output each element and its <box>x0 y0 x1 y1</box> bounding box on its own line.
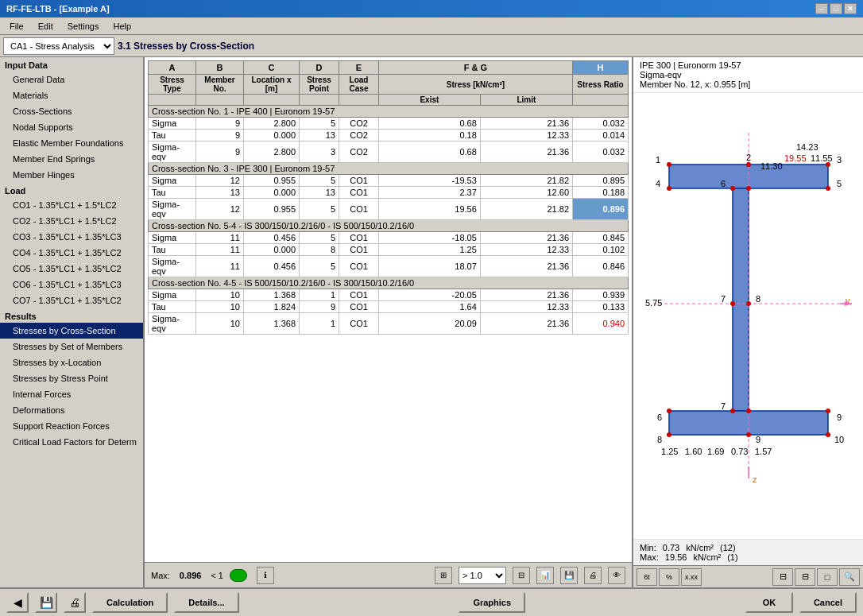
svg-text:1.69: 1.69 <box>707 447 724 456</box>
sidebar-item-co6[interactable]: CO6 - 1.35*LC1 + 1.35*LC3 <box>0 277 143 293</box>
calculation-button[interactable]: Calculation <box>92 592 168 613</box>
info-button[interactable]: ℹ <box>257 567 274 584</box>
menu-file[interactable]: File <box>3 20 30 33</box>
th-empty4 <box>300 95 339 106</box>
graphics-button[interactable]: Graphics <box>459 592 525 613</box>
nav-save-button[interactable]: 💾 <box>35 592 57 613</box>
table-row[interactable]: Sigma-eqv101.3681CO120.0921.360.940 <box>149 313 629 335</box>
section-title: 3.1 Stresses by Cross-Section <box>118 41 254 52</box>
table-row[interactable]: Sigma92.8005CO20.6821.360.032 <box>149 118 629 130</box>
sidebar-item-co7[interactable]: CO7 - 1.35*LC1 + 1.35*LC2 <box>0 293 143 308</box>
sidebar-item-critical-load[interactable]: Critical Load Factors for Determ <box>0 434 143 450</box>
table-container[interactable]: A B C D E F & G H Stress Type Member No.… <box>145 57 632 562</box>
menu-help[interactable]: Help <box>106 20 137 33</box>
table-row[interactable]: Sigma-eqv110.4565CO118.0721.360.846 <box>149 256 629 277</box>
sidebar-item-co3[interactable]: CO3 - 1.35*LC1 + 1.35*LC3 <box>0 229 143 245</box>
svg-text:5: 5 <box>837 179 842 188</box>
ok-button[interactable]: OK <box>745 592 793 613</box>
sidebar-item-member-end-springs[interactable]: Member End Springs <box>0 151 143 167</box>
svg-text:4: 4 <box>656 179 660 188</box>
sidebar-item-stresses-point[interactable]: Stresses by Stress Point <box>0 370 143 386</box>
table-row[interactable]: Sigma-eqv92.8003CO20.6821.360.032 <box>149 141 629 163</box>
chart-button[interactable]: 📊 <box>536 567 554 584</box>
diag-btn-3[interactable]: x.xx <box>681 568 702 586</box>
sidebar-item-co5[interactable]: CO5 - 1.35*LC1 + 1.35*LC2 <box>0 261 143 277</box>
data-panel: A B C D E F & G H Stress Type Member No.… <box>145 57 633 587</box>
filter-button[interactable]: ⊟ <box>513 567 530 584</box>
svg-text:6: 6 <box>721 179 726 188</box>
table-row[interactable]: Tau101.8249CO11.6412.330.133 <box>149 301 629 313</box>
diag-btn-5[interactable]: ⊟ <box>795 568 815 586</box>
svg-text:11.55: 11.55 <box>811 153 833 163</box>
sidebar-item-general-data[interactable]: General Data <box>0 72 143 87</box>
sidebar-results-header: Results <box>0 308 143 323</box>
sidebar-item-support-reactions[interactable]: Support Reaction Forces <box>0 418 143 434</box>
table-row[interactable]: Sigma-eqv120.9555CO119.5621.820.896 <box>149 199 629 220</box>
table-row[interactable]: Sigma120.9555CO1-19.5321.820.895 <box>149 175 629 187</box>
sidebar-item-co2[interactable]: CO2 - 1.35*LC1 + 1.5*LC2 <box>0 213 143 229</box>
menu-settings[interactable]: Settings <box>61 20 106 33</box>
nav-back-button[interactable]: ◀ <box>6 592 29 613</box>
svg-point-13 <box>826 186 830 191</box>
svg-point-24 <box>746 409 751 413</box>
table-row[interactable]: Sigma110.4565CO1-18.0521.360.845 <box>149 232 629 244</box>
filter-dropdown[interactable]: > 1.0 <box>459 567 506 584</box>
close-button[interactable]: ✕ <box>844 3 857 14</box>
table-row[interactable]: Tau90.00013CO20.1812.330.014 <box>149 130 629 141</box>
minimize-button[interactable]: ─ <box>815 3 828 14</box>
sidebar-item-co1[interactable]: CO1 - 1.35*LC1 + 1.5*LC2 <box>0 197 143 213</box>
diag-btn-6[interactable]: □ <box>817 568 838 586</box>
case-dropdown[interactable]: CA1 - Stress Analysis <box>3 37 114 55</box>
svg-text:8: 8 <box>657 435 662 444</box>
svg-text:7: 7 <box>721 294 726 304</box>
sidebar-item-materials[interactable]: Materials <box>0 87 143 103</box>
diag-btn-1[interactable]: 6t <box>637 568 657 586</box>
maximize-button[interactable]: □ <box>830 3 842 14</box>
diagram-info: Min: 0.73 kN/cm² (12) Max: 19.56 kN/cm² … <box>633 539 863 565</box>
nav-print-button[interactable]: 🖨 <box>64 592 86 613</box>
cancel-button[interactable]: Cancel <box>799 592 857 613</box>
svg-point-25 <box>667 409 671 413</box>
table-view-button[interactable]: ⊞ <box>435 567 452 584</box>
sidebar-item-stresses-cross[interactable]: Stresses by Cross-Section <box>0 323 143 339</box>
diagram-max-value: 19.56 <box>665 552 687 562</box>
export-button[interactable]: 💾 <box>560 567 578 584</box>
table-row[interactable]: Sigma101.3681CO1-20.0521.360.939 <box>149 289 629 301</box>
section-header-row: Cross-section No. 5-4 - IS 300/150/10.2/… <box>149 220 629 232</box>
svg-text:9: 9 <box>837 413 842 422</box>
th-stress-point: Stress Point <box>300 75 339 95</box>
table-row[interactable]: Tau130.00013CO12.3712.600.188 <box>149 187 629 199</box>
sidebar-item-member-hinges[interactable]: Member Hinges <box>0 167 143 183</box>
sidebar-item-stresses-set[interactable]: Stresses by Set of Members <box>0 339 143 354</box>
window-controls: ─ □ ✕ <box>815 3 857 14</box>
svg-rect-1 <box>733 188 749 411</box>
diagram-title-line1: IPE 300 | Euronorm 19-57 <box>640 60 857 70</box>
print-button[interactable]: 🖨 <box>584 567 602 584</box>
sidebar-item-internal-forces[interactable]: Internal Forces <box>0 386 143 402</box>
diag-btn-7[interactable]: 🔍 <box>839 568 860 586</box>
sidebar-item-nodal-supports[interactable]: Nodal Supports <box>0 119 143 135</box>
diagram-min-label: Min: <box>640 543 656 552</box>
svg-point-18 <box>730 301 735 306</box>
diagram-max-member: (1) <box>727 552 737 562</box>
sidebar-item-co4[interactable]: CO4 - 1.35*LC1 + 1.35*LC2 <box>0 245 143 261</box>
diagram-min-unit: kN/cm² <box>686 543 714 552</box>
svg-point-31 <box>826 432 830 437</box>
details-button[interactable]: Details... <box>174 592 238 613</box>
diag-btn-4[interactable]: ⊟ <box>772 568 793 586</box>
sidebar-item-deformations[interactable]: Deformations <box>0 402 143 418</box>
sidebar-item-stresses-x[interactable]: Stresses by x-Location <box>0 354 143 370</box>
svg-text:z: z <box>753 475 757 484</box>
sidebar-item-cross-sections[interactable]: Cross-Sections <box>0 103 143 119</box>
th-limit: Limit <box>480 95 572 106</box>
table-row[interactable]: Tau110.0008CO11.2512.330.102 <box>149 244 629 256</box>
svg-point-15 <box>730 186 735 191</box>
menu-edit[interactable]: Edit <box>32 20 60 33</box>
sidebar-item-elastic-member[interactable]: Elastic Member Foundations <box>0 135 143 151</box>
main-container: CA1 - Stress Analysis 3.1 Stresses by Cr… <box>0 35 863 616</box>
diag-btn-2[interactable]: % <box>659 568 679 586</box>
eye-button[interactable]: 👁 <box>608 567 625 584</box>
th-stress-unit: Stress [kN/cm²] <box>379 75 573 95</box>
diagram-panel: IPE 300 | Euronorm 19-57 Sigma-eqv Membe… <box>633 57 863 587</box>
th-empty5 <box>339 95 379 106</box>
